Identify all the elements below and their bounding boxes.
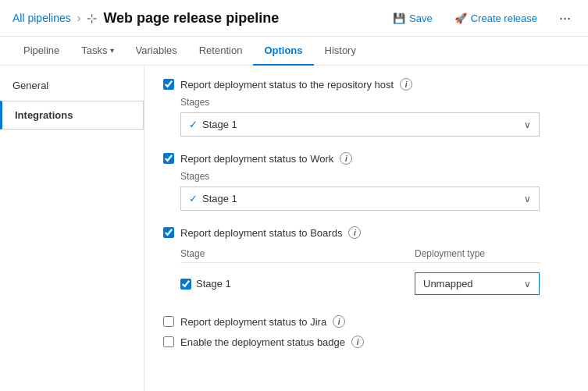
boards-table: Stage Deployment type Stage 1 Unmapped ∨ <box>180 245 540 300</box>
tab-history[interactable]: History <box>314 37 367 66</box>
badge-label: Enable the deployment status badge <box>180 336 345 348</box>
sidebar-item-general[interactable]: General <box>0 72 144 99</box>
repo-host-label: Report deployment status to the reposito… <box>180 79 394 91</box>
repo-host-stage-value: Stage 1 <box>202 119 237 130</box>
repo-host-stages-label: Stages <box>180 97 569 108</box>
deployment-dropdown-chevron: ∨ <box>524 279 531 290</box>
tab-pipeline[interactable]: Pipeline <box>12 37 70 66</box>
jira-label: Report deployment status to Jira <box>180 316 326 328</box>
deployment-type-dropdown[interactable]: Unmapped ∨ <box>415 272 540 295</box>
more-actions-button[interactable]: ··· <box>554 8 576 28</box>
rocket-icon: 🚀 <box>454 12 467 24</box>
repo-host-dropdown-chevron: ∨ <box>524 119 531 130</box>
work-dropdown-chevron: ∨ <box>524 194 531 204</box>
boards-label: Report deployment status to Boards <box>180 227 342 239</box>
page-title: Web page release pipeline <box>103 10 382 27</box>
badge-checkbox[interactable] <box>163 336 174 347</box>
section-repo-host: Report deployment status to the reposito… <box>163 78 569 137</box>
work-label: Report deployment status to Work <box>180 153 333 165</box>
create-release-button[interactable]: 🚀 Create release <box>450 9 542 27</box>
boards-table-row: Stage 1 Unmapped ∨ <box>180 268 540 300</box>
top-actions: 💾 Save 🚀 Create release ··· <box>388 8 576 28</box>
nav-tabs: Pipeline Tasks ▾ Variables Retention Opt… <box>0 37 588 66</box>
save-icon: 💾 <box>393 12 405 24</box>
tab-retention[interactable]: Retention <box>188 37 254 66</box>
content-area: Report deployment status to the reposito… <box>144 66 588 391</box>
create-release-label: Create release <box>471 12 537 24</box>
repo-host-info-icon[interactable]: i <box>400 78 412 91</box>
repo-host-checkbox-row: Report deployment status to the reposito… <box>163 78 569 91</box>
breadcrumb-separator: › <box>77 12 81 24</box>
boards-stage-value: Stage 1 <box>196 278 231 290</box>
save-label: Save <box>409 12 433 24</box>
boards-checkbox[interactable] <box>163 227 174 238</box>
work-info-icon[interactable]: i <box>340 152 352 165</box>
sidebar-item-integrations[interactable]: Integrations <box>0 101 144 130</box>
repo-host-checkbox[interactable] <box>163 79 174 90</box>
sidebar: General Integrations <box>0 66 144 391</box>
pipeline-type-icon: ⊹ <box>87 11 97 26</box>
repo-host-stage-dropdown[interactable]: ✓ Stage 1 ∨ <box>180 112 540 137</box>
stage-col-header: Stage <box>180 248 415 259</box>
section-boards: Report deployment status to Boards i Sta… <box>163 226 569 300</box>
badge-info-icon[interactable]: i <box>351 336 364 348</box>
work-checkbox[interactable] <box>163 153 174 164</box>
boards-info-icon[interactable]: i <box>348 226 361 239</box>
tab-tasks[interactable]: Tasks ▾ <box>70 37 124 66</box>
deployment-type-value: Unmapped <box>423 278 473 290</box>
work-checkbox-row: Report deployment status to Work i <box>163 152 569 165</box>
all-pipelines-breadcrumb[interactable]: All pipelines <box>12 12 71 24</box>
top-bar: All pipelines › ⊹ Web page release pipel… <box>0 0 588 37</box>
deployment-col-header: Deployment type <box>415 248 540 259</box>
work-stage-check-icon: ✓ <box>189 193 198 204</box>
work-stage-value: Stage 1 <box>202 193 237 204</box>
jira-info-icon[interactable]: i <box>333 315 345 328</box>
tab-options[interactable]: Options <box>253 37 313 66</box>
work-stage-dropdown[interactable]: ✓ Stage 1 ∨ <box>180 187 540 211</box>
main-layout: General Integrations Report deployment s… <box>0 66 588 391</box>
section-jira: Report deployment status to Jira i <box>163 315 569 328</box>
work-stages-label: Stages <box>180 171 569 182</box>
section-work: Report deployment status to Work i Stage… <box>163 152 569 211</box>
boards-stage-checkbox[interactable] <box>180 279 191 290</box>
boards-table-header: Stage Deployment type <box>180 245 540 263</box>
stage1-check-icon: ✓ <box>189 119 198 130</box>
save-button[interactable]: 💾 Save <box>388 9 437 27</box>
tasks-chevron-icon: ▾ <box>110 46 114 55</box>
section-badge: Enable the deployment status badge i <box>163 336 569 348</box>
jira-checkbox[interactable] <box>163 316 174 327</box>
boards-checkbox-row: Report deployment status to Boards i <box>163 226 569 239</box>
tab-variables[interactable]: Variables <box>125 37 188 66</box>
